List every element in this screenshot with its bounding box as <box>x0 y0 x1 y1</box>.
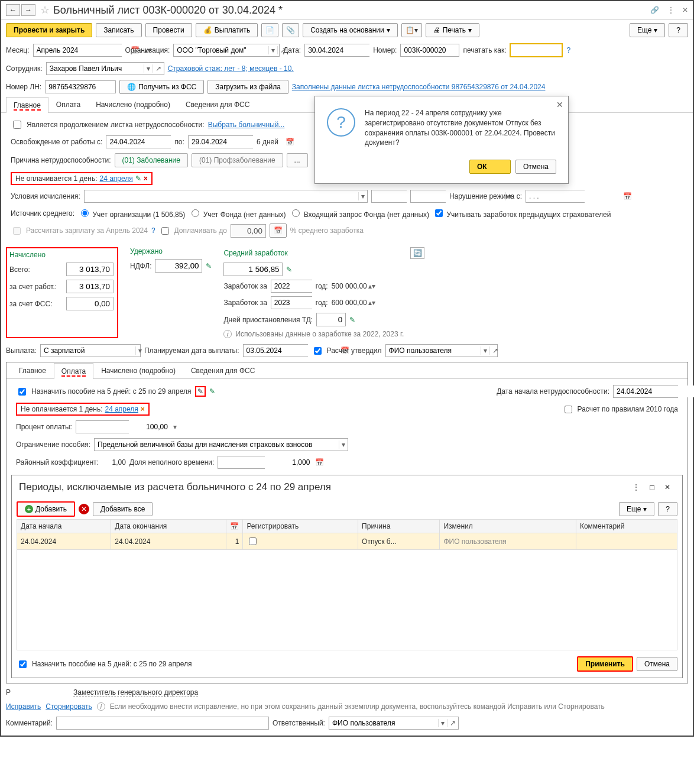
col-reg[interactable]: Регистрировать <box>243 520 358 533</box>
partial-field[interactable]: 📅 <box>218 456 265 469</box>
create-based-button[interactable]: Создать на основании ▾ <box>303 23 398 37</box>
cause-value[interactable]: (01) Заболевание <box>115 153 188 167</box>
modal-window-icon[interactable]: ◻ <box>649 483 655 491</box>
calc-cond-field[interactable]: ▾ <box>84 190 368 203</box>
date-field[interactable]: 📅 <box>304 44 369 57</box>
filled-data-link[interactable]: Заполнены данные листка нетрудоспособнос… <box>292 83 546 91</box>
select-sick-link[interactable]: Выбрать больничный... <box>208 121 285 129</box>
recalc-help[interactable]: ? <box>151 226 155 235</box>
pencil-icon[interactable]: ✎ <box>206 262 212 270</box>
get-fss-button[interactable]: 🌐 Получить из ФСС <box>119 80 204 94</box>
modal-cancel-button[interactable]: Отмена <box>637 657 677 671</box>
calendar-icon[interactable]: 📅 <box>621 192 634 200</box>
dropdown-icon[interactable]: ▾ <box>144 64 153 73</box>
table-row[interactable]: 24.04.2024 24.04.2024 1 Отпуск б... ФИО … <box>17 533 677 550</box>
report-icon[interactable]: 📄 <box>261 23 278 37</box>
pct-field[interactable]: ▾ <box>76 420 129 433</box>
comment-field[interactable] <box>56 717 269 730</box>
add-button[interactable]: + Добавить <box>17 501 75 517</box>
payout-field[interactable]: ▾ <box>40 344 141 357</box>
tab-detailed[interactable]: Начислено (подробно) <box>88 96 178 112</box>
src-request-radio[interactable]: Входящий запрос Фонда (нет данных) <box>289 208 429 219</box>
modal-options-icon[interactable]: ⋮ <box>633 483 640 491</box>
nav-forward[interactable]: → <box>21 4 35 16</box>
calc-cond2[interactable]: ▾ <box>371 190 407 203</box>
save-button[interactable]: Записать <box>96 23 141 37</box>
clipboard-icon[interactable]: 📋▾ <box>401 23 422 37</box>
topup-checkbox[interactable] <box>161 227 169 235</box>
experience-link[interactable]: Страховой стаж: лет - 8; месяцев - 10. <box>168 64 294 73</box>
employee-field[interactable]: ▾ ↗ <box>46 62 164 75</box>
total-value[interactable] <box>66 263 113 276</box>
col-comment[interactable]: Комментарий <box>576 520 677 533</box>
dropdown-icon[interactable]: ▾ <box>268 46 277 54</box>
apply-button[interactable]: Применить <box>577 656 633 672</box>
row-register-checkbox[interactable] <box>249 537 257 545</box>
clear-icon[interactable]: × <box>144 174 148 183</box>
link-icon[interactable]: 🔗 <box>650 6 659 14</box>
clear-icon[interactable]: × <box>141 405 145 413</box>
col-reason[interactable]: Причина <box>358 520 440 533</box>
close-icon[interactable]: ✕ <box>682 6 688 14</box>
printas-field[interactable] <box>510 43 563 57</box>
start-incap-field[interactable]: 📅 <box>613 385 678 398</box>
highlighted-pencil-icon[interactable]: ✎ <box>195 386 206 397</box>
reverse-link[interactable]: Сторнировать <box>46 702 92 711</box>
modal-assign-checkbox[interactable] <box>19 660 27 668</box>
options-icon[interactable]: ⋮ <box>667 6 674 14</box>
violation-date[interactable]: 📅 <box>526 190 585 203</box>
favorite-star-icon[interactable]: ☆ <box>40 4 50 17</box>
add-all-button[interactable]: Добавить все <box>93 502 153 516</box>
ndfl-value[interactable] <box>155 259 202 273</box>
month-field[interactable]: 📅 ▴▾ <box>33 44 122 57</box>
ltab-fss[interactable]: Сведения для ФСС <box>183 362 262 378</box>
print-button[interactable]: 🖨 Печать ▾ <box>426 23 479 37</box>
nav-back[interactable]: ← <box>6 4 20 16</box>
modal-more-button[interactable]: Еще ▾ <box>619 502 654 516</box>
popup-close-icon[interactable]: ✕ <box>556 100 563 109</box>
number-field[interactable] <box>400 44 459 57</box>
avg-value[interactable] <box>223 263 283 276</box>
ltab-main[interactable]: Главное <box>11 362 54 378</box>
assign-benefit-checkbox[interactable] <box>18 388 26 396</box>
org-field[interactable]: ▾ ↗ <box>173 44 280 57</box>
fss-value[interactable] <box>66 297 113 310</box>
more-button[interactable]: Еще ▾ <box>630 23 665 37</box>
date-to-field[interactable]: 📅 <box>188 135 253 148</box>
approved-by-field[interactable]: ▾↗ <box>385 344 498 357</box>
pencil-icon[interactable]: ✎ <box>349 316 355 324</box>
src-fund-radio[interactable]: Учет Фонда (нет данных) <box>189 208 286 219</box>
pay-button[interactable]: 💰Выплатить <box>196 23 258 37</box>
pencil-icon[interactable]: ✎ <box>286 265 292 274</box>
attach-icon[interactable]: 📎 <box>282 23 299 37</box>
load-file-button[interactable]: Загрузить из файла <box>207 80 288 94</box>
col-days-icon[interactable]: 📅 <box>226 520 243 533</box>
ltab-detailed[interactable]: Начислено (подробно) <box>93 362 183 378</box>
prev-insurers-checkbox[interactable]: Учитывать заработок предыдущих страховат… <box>433 208 611 219</box>
tab-payment[interactable]: Оплата <box>48 96 88 112</box>
open-icon[interactable]: ↗ <box>153 64 164 73</box>
date-from-field[interactable]: 📅 <box>106 135 171 148</box>
cause2-button[interactable]: (01) Профзаболевание <box>192 153 283 167</box>
topup-value[interactable] <box>231 224 266 238</box>
tab-fss[interactable]: Сведения для ФСС <box>178 96 257 112</box>
post-close-button[interactable]: Провести и закрыть <box>6 23 92 37</box>
help-button[interactable]: ? <box>669 23 688 37</box>
deputy-link[interactable]: Заместитель генерального директора <box>73 688 198 697</box>
fix-link[interactable]: Исправить <box>6 702 41 711</box>
delete-icon[interactable]: ✕ <box>79 504 89 514</box>
modal-close-icon[interactable]: ✕ <box>664 483 670 491</box>
col-changed[interactable]: Изменил <box>440 520 576 533</box>
col-start[interactable]: Дата начала <box>17 520 111 533</box>
rules2010-checkbox[interactable] <box>565 406 572 413</box>
not-paid-link2[interactable]: 24 апреля <box>105 405 138 413</box>
topup-calc-icon[interactable]: 📅 <box>270 223 287 238</box>
edit-pencil-icon[interactable]: ✎ <box>135 174 141 183</box>
planned-date-field[interactable]: 📅 <box>243 344 308 357</box>
printas-help-icon[interactable]: ? <box>566 46 570 54</box>
post-button[interactable]: Провести <box>145 23 192 37</box>
approved-checkbox[interactable] <box>314 347 322 355</box>
src-org-radio[interactable]: Учет организации (1 506,85) <box>78 208 185 219</box>
continuation-checkbox[interactable] <box>13 121 21 129</box>
refresh-icon[interactable]: 🔄 <box>410 247 424 259</box>
